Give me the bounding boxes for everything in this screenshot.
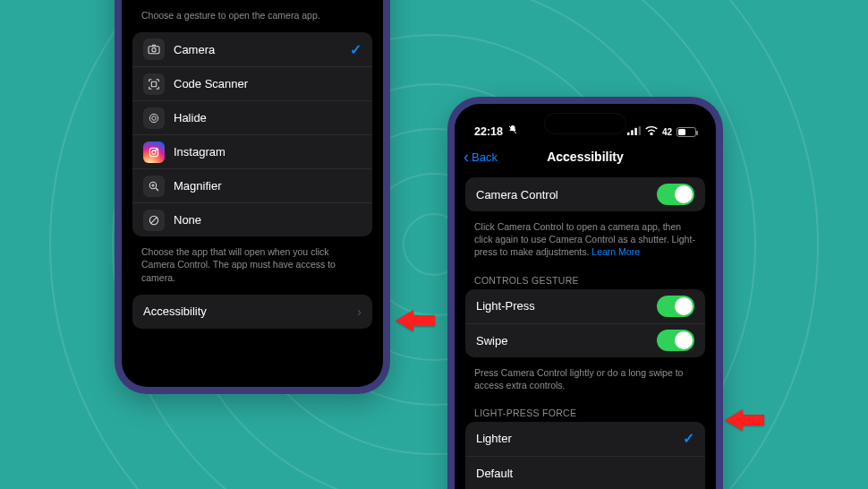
- app-list: Camera ✓ Code Scanner Halide: [132, 32, 372, 236]
- app-label: Halide: [174, 111, 362, 124]
- force-default-row[interactable]: Default: [465, 456, 705, 489]
- app-row-magnifier[interactable]: Magnifier: [132, 168, 372, 202]
- wifi-icon: [645, 125, 658, 138]
- battery-icon: [677, 127, 696, 137]
- halide-icon: [143, 107, 165, 129]
- camera-control-label: Camera Control: [476, 188, 648, 202]
- svg-point-3: [149, 114, 157, 122]
- phone-left: Choose a gesture to open the camera app.…: [115, 0, 390, 394]
- learn-more-link[interactable]: Learn More: [591, 246, 640, 257]
- svg-rect-2: [151, 82, 156, 86]
- qr-icon: [143, 73, 165, 95]
- app-label: Camera: [174, 43, 341, 56]
- svg-point-6: [152, 150, 156, 154]
- app-row-none[interactable]: None: [132, 202, 372, 236]
- callout-arrow-right: [725, 408, 764, 432]
- app-label: None: [174, 213, 362, 227]
- camera-control-footer: Click Camera Control to open a camera ap…: [465, 215, 705, 270]
- silent-icon: [507, 124, 518, 138]
- instagram-icon: [143, 142, 165, 163]
- swipe-label: Swipe: [476, 334, 648, 347]
- none-icon: [143, 210, 165, 231]
- force-lighter-row[interactable]: Lighter ✓: [465, 422, 705, 456]
- svg-marker-16: [725, 409, 764, 431]
- force-label: Lighter: [476, 432, 674, 445]
- light-press-force-header: LIGHT-PRESS FORCE: [465, 402, 705, 422]
- svg-point-4: [152, 116, 157, 120]
- phone-right: 22:18 42 ‹ Back Accessibilit: [447, 97, 723, 489]
- camera-control-row[interactable]: Camera Control: [465, 177, 705, 211]
- svg-rect-0: [149, 47, 159, 54]
- app-row-code-scanner[interactable]: Code Scanner: [132, 66, 372, 100]
- magnifier-icon: [143, 176, 165, 197]
- controls-gesture-footer: Press Camera Control lightly or do a lon…: [465, 361, 705, 402]
- apps-footer: Choose the app that will open when you c…: [132, 240, 372, 295]
- app-label: Instagram: [174, 145, 362, 159]
- chevron-right-icon: ›: [357, 305, 362, 319]
- controls-gesture-header: CONTROLS GESTURE: [465, 270, 705, 289]
- camera-control-toggle[interactable]: [657, 184, 694, 205]
- check-icon: ✓: [350, 41, 362, 58]
- svg-point-14: [651, 133, 652, 135]
- accessibility-label: Accessibility: [143, 305, 348, 318]
- app-label: Magnifier: [174, 179, 362, 193]
- accessibility-row[interactable]: Accessibility ›: [132, 295, 372, 329]
- light-press-label: Light-Press: [476, 299, 648, 313]
- camera-icon: [143, 39, 165, 60]
- check-icon: ✓: [683, 430, 694, 447]
- nav-bar: ‹ Back Accessibility: [455, 142, 716, 172]
- svg-rect-10: [627, 133, 630, 135]
- battery-pct: 42: [662, 127, 672, 137]
- dynamic-island: [544, 113, 626, 134]
- svg-marker-15: [396, 310, 435, 331]
- light-press-row[interactable]: Light-Press: [465, 289, 705, 323]
- svg-rect-12: [634, 128, 637, 135]
- callout-arrow-left: [396, 309, 435, 332]
- svg-rect-13: [638, 126, 641, 135]
- accessibility-group: Accessibility ›: [132, 295, 372, 329]
- swipe-row[interactable]: Swipe: [465, 323, 705, 357]
- signal-icon: [627, 125, 641, 138]
- nav-title: Accessibility: [455, 150, 716, 164]
- svg-point-1: [152, 48, 156, 52]
- app-row-instagram[interactable]: Instagram: [132, 134, 372, 168]
- section-header-gesture: Choose a gesture to open the camera app.: [132, 7, 372, 32]
- app-row-camera[interactable]: Camera ✓: [132, 32, 372, 66]
- light-press-toggle[interactable]: [657, 296, 694, 317]
- app-label: Code Scanner: [174, 77, 362, 90]
- svg-rect-11: [631, 130, 634, 135]
- force-label: Default: [476, 467, 694, 480]
- svg-point-7: [156, 149, 157, 150]
- swipe-toggle[interactable]: [657, 330, 694, 351]
- status-time: 22:18: [474, 125, 503, 138]
- app-row-halide[interactable]: Halide: [132, 100, 372, 134]
